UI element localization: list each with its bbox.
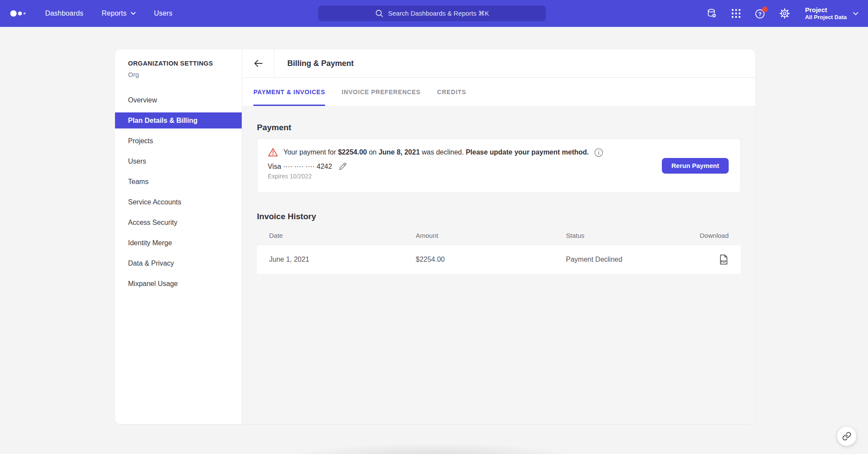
nav-item-reports[interactable]: Reports	[102, 10, 135, 17]
payment-declined-alert: Your payment for $2254.00 on June 8, 202…	[268, 148, 730, 157]
column-header-status: Status	[566, 232, 687, 239]
invoice-status: Payment Declined	[566, 256, 687, 263]
sidebar-item-projects[interactable]: Projects	[115, 131, 242, 151]
tab-content: Payment Your payment for $2254.00 on Jun…	[242, 106, 755, 424]
rerun-payment-button[interactable]: Rerun Payment	[662, 158, 729, 174]
arrow-left-icon	[253, 59, 263, 67]
alert-message: Your payment for $2254.00 on June 8, 202…	[283, 148, 589, 156]
mixpanel-logo-icon[interactable]	[10, 9, 29, 18]
sidebar-item-overview[interactable]: Overview	[115, 90, 242, 110]
nav-items: Dashboards Reports Users	[45, 10, 173, 17]
sidebar-item-plan-details-billing[interactable]: Plan Details & Billing	[115, 112, 242, 128]
info-icon[interactable]	[594, 148, 603, 157]
tabs: PAYMENT & INVOICES INVOICE PREFERENCES C…	[242, 78, 755, 106]
project-label: Project	[805, 6, 847, 14]
page-header: Billing & Payment	[242, 49, 755, 78]
apps-grid-icon[interactable]	[730, 8, 742, 19]
card-summary: Visa ···· ···· ···· 4242	[268, 163, 332, 171]
help-icon[interactable]: ?	[755, 8, 766, 19]
sidebar-section-title: ORGANIZATION SETTINGS	[128, 60, 229, 67]
payment-section-title: Payment	[257, 123, 741, 132]
sidebar-item-users[interactable]: Users	[115, 151, 242, 171]
alert-amount: $2254.00	[338, 148, 367, 156]
invoice-table: Date Amount Status Download June 1, 2021…	[257, 226, 741, 274]
card-expiry: Expires 10/2022	[268, 173, 730, 180]
alert-emphasis: Please update your payment method.	[466, 148, 589, 156]
back-button[interactable]	[242, 49, 274, 77]
sidebar-item-data-privacy[interactable]: Data & Privacy	[115, 253, 242, 273]
scroll-shadow	[243, 435, 625, 454]
settings-gear-icon[interactable]	[779, 8, 790, 19]
search-icon	[375, 9, 384, 18]
tab-payment-invoices[interactable]: PAYMENT & INVOICES	[253, 78, 325, 106]
search-placeholder: Search Dashboards & Reports ⌘K	[388, 10, 489, 17]
invoice-date: June 1, 2021	[269, 256, 416, 263]
nav-item-label: Users	[154, 10, 173, 17]
main-panel: Billing & Payment PAYMENT & INVOICES INV…	[242, 49, 755, 424]
copy-link-button[interactable]	[837, 427, 856, 446]
chevron-down-icon	[853, 12, 858, 16]
pencil-icon[interactable]	[338, 162, 347, 171]
top-navbar: Dashboards Reports Users Search Dashboar…	[0, 0, 868, 27]
card-summary-row: Visa ···· ···· ···· 4242	[268, 162, 730, 171]
sidebar-item-mixpanel-usage[interactable]: Mixpanel Usage	[115, 273, 242, 294]
sidebar-item-service-accounts[interactable]: Service Accounts	[115, 192, 242, 212]
payment-card: Your payment for $2254.00 on June 8, 202…	[257, 138, 741, 193]
column-header-download: Download	[687, 232, 729, 239]
sidebar-item-access-security[interactable]: Access Security	[115, 212, 242, 233]
sidebar-item-teams[interactable]: Teams	[115, 171, 242, 192]
tab-credits[interactable]: CREDITS	[437, 78, 466, 106]
sidebar-items: Overview Plan Details & Billing Projects…	[115, 90, 242, 294]
org-settings-sidebar: ORGANIZATION SETTINGS Org Overview Plan …	[115, 49, 242, 424]
invoice-row: June 1, 2021 $2254.00 Payment Declined P…	[257, 245, 741, 274]
pdf-file-icon[interactable]: PDF	[718, 254, 729, 265]
notification-badge	[762, 7, 768, 12]
chevron-down-icon	[131, 12, 136, 15]
nav-item-label: Dashboards	[45, 10, 83, 17]
column-header-date: Date	[269, 232, 416, 239]
warning-triangle-icon	[268, 148, 278, 157]
link-icon	[842, 431, 852, 441]
alert-text-part: was declined.	[420, 148, 466, 156]
org-name: Org	[128, 71, 229, 78]
svg-text:PDF: PDF	[721, 260, 727, 263]
project-value: All Project Data	[805, 14, 847, 21]
invoice-table-header: Date Amount Status Download	[257, 226, 741, 245]
invoice-history-title: Invoice History	[257, 212, 741, 221]
settings-panel: ORGANIZATION SETTINGS Org Overview Plan …	[115, 49, 755, 424]
column-header-amount: Amount	[416, 232, 566, 239]
svg-text:?: ?	[759, 11, 762, 17]
nav-right: ? Project All Project Data	[706, 0, 858, 27]
nav-item-label: Reports	[102, 10, 126, 17]
page-title: Billing & Payment	[274, 49, 354, 77]
alert-text-part: on	[367, 148, 378, 156]
data-management-icon[interactable]	[706, 8, 717, 19]
tab-invoice-preferences[interactable]: INVOICE PREFERENCES	[342, 78, 421, 106]
search-input[interactable]: Search Dashboards & Reports ⌘K	[318, 6, 546, 21]
project-selector[interactable]: Project All Project Data	[805, 6, 858, 21]
alert-date: June 8, 2021	[378, 148, 420, 156]
invoice-amount: $2254.00	[416, 256, 566, 263]
alert-text-part: Your payment for	[283, 148, 338, 156]
sidebar-item-identity-merge[interactable]: Identity Merge	[115, 233, 242, 253]
nav-item-dashboards[interactable]: Dashboards	[45, 10, 83, 17]
nav-item-users[interactable]: Users	[154, 10, 173, 17]
